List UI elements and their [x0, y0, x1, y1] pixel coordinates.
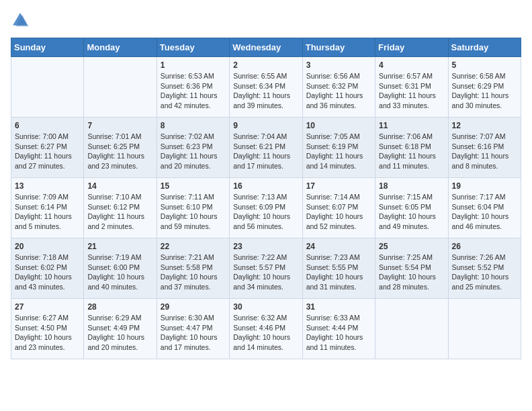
calendar-cell: 17Sunrise: 7:14 AMSunset: 6:07 PMDayligh… — [302, 178, 375, 238]
calendar-cell: 25Sunrise: 7:25 AMSunset: 5:54 PMDayligh… — [375, 238, 448, 299]
cell-info: Sunrise: 7:17 AMSunset: 6:04 PMDaylight:… — [452, 192, 517, 232]
day-number: 12 — [452, 121, 517, 130]
calendar-week-row: 20Sunrise: 7:18 AMSunset: 6:02 PMDayligh… — [11, 238, 521, 299]
cell-info: Sunrise: 7:07 AMSunset: 6:16 PMDaylight:… — [452, 132, 517, 171]
day-number: 30 — [233, 302, 298, 312]
cell-info: Sunrise: 6:27 AMSunset: 4:50 PMDaylight:… — [15, 313, 80, 353]
cell-info: Sunrise: 7:09 AMSunset: 6:14 PMDaylight:… — [15, 192, 80, 232]
calendar-cell: 10Sunrise: 7:05 AMSunset: 6:19 PMDayligh… — [302, 118, 375, 178]
column-header-thursday: Thursday — [302, 38, 375, 57]
cell-info: Sunrise: 7:05 AMSunset: 6:19 PMDaylight:… — [306, 132, 371, 171]
page-header — [11, 11, 521, 30]
cell-info: Sunrise: 7:23 AMSunset: 5:55 PMDaylight:… — [306, 253, 371, 292]
cell-info: Sunrise: 7:22 AMSunset: 5:57 PMDaylight:… — [233, 253, 298, 292]
calendar-cell: 8Sunrise: 7:02 AMSunset: 6:23 PMDaylight… — [157, 118, 229, 178]
calendar-cell — [375, 299, 448, 359]
cell-info: Sunrise: 6:32 AMSunset: 4:46 PMDaylight:… — [233, 313, 298, 353]
calendar-cell: 19Sunrise: 7:17 AMSunset: 6:04 PMDayligh… — [448, 178, 521, 238]
calendar-week-row: 6Sunrise: 7:00 AMSunset: 6:27 PMDaylight… — [11, 118, 521, 178]
day-number: 6 — [15, 121, 80, 130]
calendar-cell: 29Sunrise: 6:30 AMSunset: 4:47 PMDayligh… — [157, 299, 229, 359]
day-number: 19 — [452, 181, 517, 191]
calendar-cell: 7Sunrise: 7:01 AMSunset: 6:25 PMDaylight… — [84, 118, 157, 178]
calendar-cell: 20Sunrise: 7:18 AMSunset: 6:02 PMDayligh… — [11, 238, 84, 299]
calendar-cell: 9Sunrise: 7:04 AMSunset: 6:21 PMDaylight… — [230, 118, 302, 178]
cell-info: Sunrise: 6:33 AMSunset: 4:44 PMDaylight:… — [306, 313, 371, 353]
calendar-cell: 22Sunrise: 7:21 AMSunset: 5:58 PMDayligh… — [157, 238, 229, 299]
day-number: 13 — [15, 181, 80, 191]
cell-info: Sunrise: 7:15 AMSunset: 6:05 PMDaylight:… — [379, 192, 444, 232]
calendar-cell: 24Sunrise: 7:23 AMSunset: 5:55 PMDayligh… — [302, 238, 375, 299]
calendar-table: SundayMondayTuesdayWednesdayThursdayFrid… — [11, 38, 521, 359]
column-header-saturday: Saturday — [448, 38, 521, 57]
day-number: 7 — [87, 121, 152, 130]
day-number: 11 — [379, 121, 444, 130]
logo — [11, 11, 32, 30]
cell-info: Sunrise: 6:57 AMSunset: 6:31 PMDaylight:… — [379, 71, 444, 111]
day-number: 8 — [161, 121, 226, 130]
calendar-cell — [11, 57, 84, 118]
calendar-week-row: 1Sunrise: 6:53 AMSunset: 6:36 PMDaylight… — [11, 57, 521, 118]
calendar-cell — [448, 299, 521, 359]
calendar-cell: 13Sunrise: 7:09 AMSunset: 6:14 PMDayligh… — [11, 178, 84, 238]
calendar-cell: 26Sunrise: 7:26 AMSunset: 5:52 PMDayligh… — [448, 238, 521, 299]
cell-info: Sunrise: 7:04 AMSunset: 6:21 PMDaylight:… — [233, 132, 298, 171]
cell-info: Sunrise: 7:10 AMSunset: 6:12 PMDaylight:… — [87, 192, 152, 232]
day-number: 4 — [379, 60, 444, 70]
column-header-tuesday: Tuesday — [157, 38, 229, 57]
calendar-cell: 1Sunrise: 6:53 AMSunset: 6:36 PMDaylight… — [157, 57, 229, 118]
calendar-cell: 23Sunrise: 7:22 AMSunset: 5:57 PMDayligh… — [230, 238, 302, 299]
day-number: 20 — [15, 242, 80, 251]
cell-info: Sunrise: 7:06 AMSunset: 6:18 PMDaylight:… — [379, 132, 444, 171]
day-number: 2 — [233, 60, 298, 70]
column-header-wednesday: Wednesday — [230, 38, 302, 57]
day-number: 26 — [452, 242, 517, 251]
calendar-cell: 31Sunrise: 6:33 AMSunset: 4:44 PMDayligh… — [302, 299, 375, 359]
day-number: 15 — [161, 181, 226, 191]
column-header-friday: Friday — [375, 38, 448, 57]
logo-icon — [11, 11, 30, 30]
cell-info: Sunrise: 6:30 AMSunset: 4:47 PMDaylight:… — [161, 313, 226, 353]
cell-info: Sunrise: 7:26 AMSunset: 5:52 PMDaylight:… — [452, 253, 517, 292]
calendar-cell: 16Sunrise: 7:13 AMSunset: 6:09 PMDayligh… — [230, 178, 302, 238]
day-number: 31 — [306, 302, 371, 312]
day-number: 17 — [306, 181, 371, 191]
calendar-week-row: 13Sunrise: 7:09 AMSunset: 6:14 PMDayligh… — [11, 178, 521, 238]
day-number: 22 — [161, 242, 226, 251]
cell-info: Sunrise: 7:01 AMSunset: 6:25 PMDaylight:… — [87, 132, 152, 171]
calendar-cell: 30Sunrise: 6:32 AMSunset: 4:46 PMDayligh… — [230, 299, 302, 359]
calendar-cell: 11Sunrise: 7:06 AMSunset: 6:18 PMDayligh… — [375, 118, 448, 178]
calendar-cell: 15Sunrise: 7:11 AMSunset: 6:10 PMDayligh… — [157, 178, 229, 238]
calendar-cell: 5Sunrise: 6:58 AMSunset: 6:29 PMDaylight… — [448, 57, 521, 118]
cell-info: Sunrise: 7:13 AMSunset: 6:09 PMDaylight:… — [233, 192, 298, 232]
calendar-cell: 14Sunrise: 7:10 AMSunset: 6:12 PMDayligh… — [84, 178, 157, 238]
calendar-cell: 18Sunrise: 7:15 AMSunset: 6:05 PMDayligh… — [375, 178, 448, 238]
day-number: 28 — [87, 302, 152, 312]
calendar-cell — [84, 57, 157, 118]
calendar-cell: 27Sunrise: 6:27 AMSunset: 4:50 PMDayligh… — [11, 299, 84, 359]
calendar-header-row: SundayMondayTuesdayWednesdayThursdayFrid… — [11, 38, 521, 57]
day-number: 1 — [161, 60, 226, 70]
cell-info: Sunrise: 6:56 AMSunset: 6:32 PMDaylight:… — [306, 71, 371, 111]
day-number: 9 — [233, 121, 298, 130]
calendar-week-row: 27Sunrise: 6:27 AMSunset: 4:50 PMDayligh… — [11, 299, 521, 359]
cell-info: Sunrise: 6:55 AMSunset: 6:34 PMDaylight:… — [233, 71, 298, 111]
day-number: 24 — [306, 242, 371, 251]
calendar-cell: 21Sunrise: 7:19 AMSunset: 6:00 PMDayligh… — [84, 238, 157, 299]
day-number: 18 — [379, 181, 444, 191]
day-number: 25 — [379, 242, 444, 251]
day-number: 23 — [233, 242, 298, 251]
cell-info: Sunrise: 7:14 AMSunset: 6:07 PMDaylight:… — [306, 192, 371, 232]
cell-info: Sunrise: 7:02 AMSunset: 6:23 PMDaylight:… — [161, 132, 226, 171]
day-number: 14 — [87, 181, 152, 191]
day-number: 10 — [306, 121, 371, 130]
cell-info: Sunrise: 7:25 AMSunset: 5:54 PMDaylight:… — [379, 253, 444, 292]
calendar-cell: 6Sunrise: 7:00 AMSunset: 6:27 PMDaylight… — [11, 118, 84, 178]
day-number: 3 — [306, 60, 371, 70]
cell-info: Sunrise: 7:18 AMSunset: 6:02 PMDaylight:… — [15, 253, 80, 292]
cell-info: Sunrise: 7:11 AMSunset: 6:10 PMDaylight:… — [161, 192, 226, 232]
cell-info: Sunrise: 7:00 AMSunset: 6:27 PMDaylight:… — [15, 132, 80, 171]
cell-info: Sunrise: 7:19 AMSunset: 6:00 PMDaylight:… — [87, 253, 152, 292]
day-number: 16 — [233, 181, 298, 191]
cell-info: Sunrise: 6:58 AMSunset: 6:29 PMDaylight:… — [452, 71, 517, 111]
